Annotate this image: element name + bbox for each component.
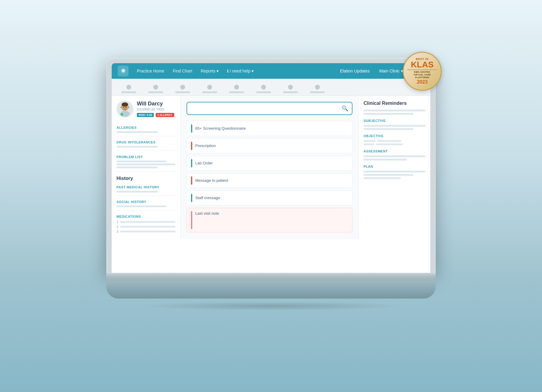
shortcut-list: 65+ Screening Questionnaire Prescription… bbox=[187, 121, 352, 232]
patient-info: Will Darcy 1/1/1990 (32 YRS) RISK: 0.09 … bbox=[137, 101, 175, 117]
shortcut-message-patient[interactable]: Message to patient bbox=[187, 173, 352, 188]
divider-2 bbox=[116, 151, 175, 151]
obj-inline-2 bbox=[364, 143, 426, 145]
laptop-bottom-shadow bbox=[139, 302, 403, 311]
history-title: History bbox=[116, 176, 175, 181]
klas-badge: BEST IN KLAS EMR-CENTRICVIRTUAL CAREPLAT… bbox=[403, 52, 445, 94]
shortcut-text-3: Lab Order bbox=[195, 161, 213, 165]
shortcut-bar-2 bbox=[191, 142, 192, 150]
nav-elation-updates[interactable]: Elation Updates bbox=[337, 67, 373, 75]
obj-pill-2 bbox=[377, 140, 401, 142]
tab-item-6[interactable] bbox=[251, 82, 276, 96]
laptop-screen-bezel: ✳ Practice Home Find Chart Reports ▾ ℹ I… bbox=[106, 58, 436, 273]
tab-line-7 bbox=[283, 91, 298, 93]
laptop-screen: ✳ Practice Home Find Chart Reports ▾ ℹ I… bbox=[112, 63, 430, 273]
tab-item-2[interactable] bbox=[143, 82, 168, 96]
pmh-line bbox=[116, 191, 158, 193]
shortcut-text-4: Message to patient bbox=[195, 178, 228, 183]
tab-circle-7 bbox=[288, 85, 293, 90]
shortcut-text-1: 65+ Screening Questionnaire bbox=[195, 126, 246, 131]
sh-line bbox=[116, 205, 166, 207]
allergies-line-1 bbox=[116, 131, 158, 133]
shortcut-bar-3 bbox=[191, 159, 192, 167]
plan-line-1 bbox=[364, 171, 426, 172]
med-line-2 bbox=[120, 226, 175, 228]
sidebar-drug-intolerances-label[interactable]: DRUG INTOLERANCES bbox=[116, 140, 175, 144]
obj-pill-1 bbox=[364, 140, 376, 142]
nav-main-clinic[interactable]: Main Clinic ▾ bbox=[376, 67, 406, 75]
subjective-label: SUBJECTIVE bbox=[364, 119, 426, 122]
main-content: Will Darcy 1/1/1990 (32 YRS) RISK: 0.09 … bbox=[112, 96, 430, 239]
tab-item-1[interactable] bbox=[116, 82, 141, 96]
shortcut-prescription[interactable]: Prescription bbox=[187, 138, 352, 153]
elation-logo-icon: ✳ bbox=[121, 67, 126, 75]
nav-logo[interactable]: ✳ bbox=[118, 66, 128, 76]
assess-line-1 bbox=[364, 155, 426, 157]
obj-pill-4 bbox=[376, 143, 403, 145]
klas-subtitle: EMR-CENTRICVIRTUAL CAREPLATFORMS bbox=[414, 71, 431, 79]
nav-practice-home[interactable]: Practice Home bbox=[133, 67, 168, 75]
divider-1 bbox=[116, 136, 175, 136]
shortcut-65-screening[interactable]: 65+ Screening Questionnaire bbox=[187, 121, 352, 136]
nav-bar: ✳ Practice Home Find Chart Reports ▾ ℹ I… bbox=[112, 63, 430, 79]
patient-avatar bbox=[116, 101, 133, 117]
laptop-wrapper: BEST IN KLAS EMR-CENTRICVIRTUAL CAREPLAT… bbox=[106, 58, 436, 311]
social-history-label[interactable]: SOCIAL HISTORY bbox=[116, 200, 175, 204]
patient-name: Will Darcy bbox=[137, 101, 175, 107]
shortcut-text-5: Staff message bbox=[195, 196, 220, 200]
cr-top-line-2 bbox=[364, 113, 413, 115]
nav-i-need-help[interactable]: ℹ I need help ▾ bbox=[223, 67, 257, 75]
svg-point-5 bbox=[128, 106, 129, 108]
med-line-1 bbox=[120, 221, 175, 223]
assessment-label: ASSESSMENT bbox=[364, 149, 426, 153]
search-input[interactable] bbox=[187, 102, 352, 115]
plan-label: PLAN bbox=[364, 165, 426, 168]
tab-circle-8 bbox=[315, 85, 320, 90]
shortcut-lab-order[interactable]: Lab Order bbox=[187, 156, 352, 171]
shortcut-bar-6 bbox=[191, 211, 192, 229]
past-medical-history-label[interactable]: PAST MEDICAL HISTORY bbox=[116, 185, 175, 189]
med-2: 2 bbox=[116, 225, 175, 228]
obj-inline-1 bbox=[364, 140, 426, 142]
laptop-stand bbox=[106, 281, 436, 299]
nav-links: Practice Home Find Chart Reports ▾ ℹ I n… bbox=[133, 67, 257, 75]
tab-circle-1 bbox=[126, 85, 131, 90]
subj-line-1 bbox=[364, 125, 426, 127]
sidebar-problem-list-label[interactable]: PROBLEM LIST bbox=[116, 155, 175, 159]
svg-point-7 bbox=[126, 107, 127, 108]
klas-title: KLAS bbox=[411, 60, 434, 69]
medications-label[interactable]: MEDICATIONS bbox=[116, 215, 175, 218]
tab-line-6 bbox=[256, 91, 271, 93]
shortcut-staff-message[interactable]: Staff message bbox=[187, 190, 352, 205]
tab-line-4 bbox=[202, 91, 217, 93]
tab-line-5 bbox=[229, 91, 244, 93]
tab-circle-4 bbox=[207, 85, 212, 90]
tab-item-3[interactable] bbox=[170, 82, 195, 96]
shortcut-bar-4 bbox=[191, 176, 192, 185]
tab-item-7[interactable] bbox=[278, 82, 303, 96]
objective-label: OBJECTIVE bbox=[364, 134, 426, 138]
tab-item-8[interactable] bbox=[305, 82, 330, 96]
patient-header: Will Darcy 1/1/1990 (32 YRS) RISK: 0.09 … bbox=[116, 101, 175, 121]
clinical-reminders-title: Clinical Reminders bbox=[364, 101, 426, 106]
right-panel: Clinical Reminders SUBJECTIVE OBJECTIVE bbox=[358, 96, 430, 239]
avatar-svg bbox=[116, 101, 133, 117]
problem-line-2 bbox=[116, 164, 175, 165]
shortcut-last-visit[interactable]: Last visit note bbox=[187, 208, 352, 232]
problem-line-1 bbox=[116, 161, 166, 162]
risk-badge: RISK: 0.09 bbox=[137, 113, 154, 117]
problem-line-3 bbox=[116, 167, 158, 168]
nav-find-chart[interactable]: Find Chart bbox=[169, 67, 196, 75]
tab-line-8 bbox=[310, 91, 325, 93]
nav-reports[interactable]: Reports ▾ bbox=[197, 67, 222, 75]
tab-circle-6 bbox=[261, 85, 266, 90]
sidebar-allergies-label[interactable]: ALLERGIES bbox=[116, 126, 175, 129]
med-line-3 bbox=[120, 231, 175, 232]
tab-circle-5 bbox=[234, 85, 239, 90]
tab-item-4[interactable] bbox=[197, 82, 222, 96]
shortcut-text-2: Prescription bbox=[195, 143, 216, 148]
sidebar: Will Darcy 1/1/1990 (32 YRS) RISK: 0.09 … bbox=[112, 96, 181, 239]
divider-3 bbox=[116, 171, 175, 172]
tab-item-5[interactable] bbox=[224, 82, 249, 96]
search-bar-wrapper: 🔍 bbox=[187, 102, 352, 115]
